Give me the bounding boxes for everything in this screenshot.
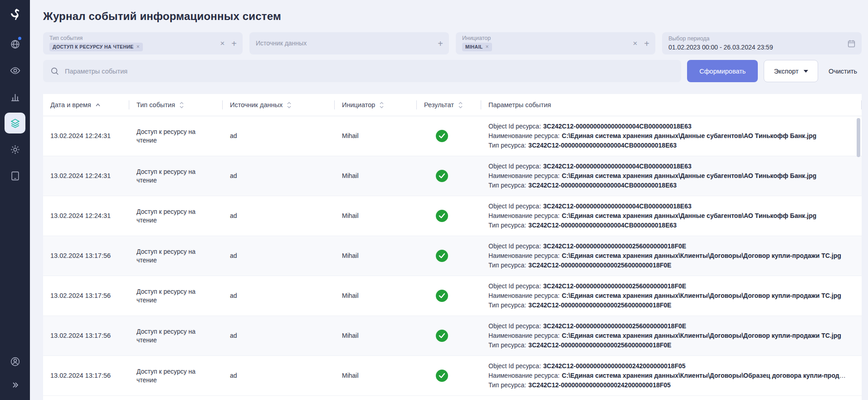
tag-remove-icon[interactable]: × — [486, 44, 489, 50]
param-value: C:\Единая система хранения данных\Данные… — [562, 132, 816, 139]
tag-remove-icon[interactable]: × — [137, 44, 140, 50]
sidebar-item-settings[interactable] — [5, 139, 25, 160]
table-row[interactable]: 13.02.2024 12:24:31 Доступ к ресурсу на … — [43, 196, 862, 236]
add-filter-icon[interactable]: + — [438, 39, 443, 48]
filter-period[interactable]: Выбор периода 01.02.2023 00:00 - 26.03.2… — [662, 32, 862, 54]
column-label: Источник данных — [230, 101, 283, 109]
calendar-icon[interactable] — [847, 39, 856, 48]
search-input[interactable] — [65, 68, 674, 75]
column-header-datetime[interactable]: Дата и время — [43, 94, 129, 116]
main-content: Журнал событий информационных систем Тип… — [30, 0, 868, 400]
events-table: Дата и время Тип события Источник данных… — [43, 94, 862, 400]
cell-initiator: Mihail — [335, 172, 417, 180]
success-check-icon — [436, 290, 448, 302]
column-header-result[interactable]: Результат — [417, 94, 481, 116]
param-label: Тип ресурса: — [488, 381, 526, 389]
param-line: Object Id ресурса:3C242C12-0000000000000… — [488, 242, 848, 251]
param-label: Тип ресурса: — [488, 341, 526, 349]
filter-initiator[interactable]: Инициатор MIHAIL × × + — [456, 32, 655, 54]
tag-label: MIHAIL — [465, 44, 483, 49]
filters-bar: Тип события ДОСТУП К РЕСУРСУ НА ЧТЕНИЕ ×… — [43, 32, 862, 54]
sidebar-item-reports[interactable] — [5, 86, 25, 107]
cell-source: ad — [223, 331, 335, 340]
param-line: Тип ресурса:3C242C12-0000000000000000256… — [488, 261, 848, 270]
cell-initiator: Mihail — [335, 291, 417, 300]
sidebar-item-event-log[interactable] — [5, 113, 25, 133]
add-filter-icon[interactable]: + — [231, 39, 237, 48]
add-filter-icon[interactable]: + — [644, 39, 649, 48]
tag-initiator[interactable]: MIHAIL × — [462, 43, 492, 51]
scrollbar-thumb[interactable] — [857, 118, 860, 157]
param-value: C:\Единая система хранения данных\Данные… — [562, 172, 816, 179]
cell-event-type: Доступ к ресурсу на чтение — [129, 168, 223, 185]
param-line: Object Id ресурса:3C242C12-0000000000000… — [488, 122, 848, 131]
event-initiator: Mihail — [342, 132, 359, 139]
param-line: Наименование ресурса:C:\Единая система х… — [488, 171, 848, 181]
column-header-source[interactable]: Источник данных — [223, 94, 335, 116]
filter-data-source[interactable]: Источник данных + — [249, 32, 449, 54]
cell-event-type: Доступ к ресурсу на чтение — [129, 367, 223, 385]
event-type: Доступ к ресурсу на чтение — [137, 368, 195, 384]
cell-params: Object Id ресурса:3C242C12-0000000000000… — [481, 281, 862, 310]
sidebar-item-profile[interactable] — [5, 351, 25, 372]
param-value: 3C242C12-0000000000000000256000000018F0E — [543, 322, 686, 330]
sidebar-item-network[interactable] — [5, 34, 25, 54]
filter-initiator-label: Инициатор — [462, 35, 649, 42]
flamingo-logo-icon — [8, 7, 22, 22]
column-label: Параметры события — [488, 101, 551, 109]
clear-button[interactable]: Очистить — [824, 60, 862, 82]
filter-event-type-tags: ДОСТУП К РЕСУРСУ НА ЧТЕНИЕ × — [49, 43, 236, 51]
param-value: 3C242C12-000000000000000004CB000000018E6… — [543, 202, 692, 210]
column-label: Инициатор — [342, 101, 375, 109]
tag-event-type[interactable]: ДОСТУП К РЕСУРСУ НА ЧТЕНИЕ × — [49, 43, 143, 51]
sidebar-item-devices[interactable] — [5, 165, 25, 186]
param-label: Object Id ресурса: — [488, 362, 541, 370]
app-logo[interactable] — [6, 5, 24, 24]
param-line: Тип ресурса:3C242C12-000000000000000004C… — [488, 141, 848, 150]
cell-source: ad — [223, 212, 335, 220]
param-line: Наименование ресурса:C:\Единая система х… — [488, 291, 848, 301]
param-line: Тип ресурса:3C242C12-0000000000000000256… — [488, 301, 848, 310]
table-row[interactable]: 13.02.2024 13:17:56 Доступ к ресурсу на … — [43, 236, 862, 276]
clear-filter-icon[interactable]: × — [633, 40, 637, 47]
param-value: 3C242C12-0000000000000000256000000018F0E — [528, 262, 671, 269]
table-scrollbar — [857, 118, 860, 399]
success-check-icon — [436, 210, 448, 222]
clear-filter-icon[interactable]: × — [220, 40, 224, 47]
sidebar-expand-button[interactable] — [5, 375, 25, 395]
column-header-params: Параметры события — [481, 94, 862, 116]
sidebar-nav — [5, 34, 25, 186]
param-label: Object Id ресурса: — [488, 202, 541, 210]
sidebar-item-monitoring[interactable] — [5, 60, 25, 81]
filter-event-type[interactable]: Тип события ДОСТУП К РЕСУРСУ НА ЧТЕНИЕ ×… — [43, 32, 243, 54]
cell-source: ad — [223, 172, 335, 180]
search-icon — [50, 67, 59, 76]
column-header-event-type[interactable]: Тип события — [129, 94, 223, 116]
event-datetime: 13.02.2024 13:17:56 — [50, 332, 111, 339]
export-button[interactable]: Экспорт — [764, 60, 818, 82]
table-row[interactable]: 13.02.2024 13:17:56 Доступ к ресурсу на … — [43, 316, 862, 356]
table-row[interactable]: 13.02.2024 13:17:56 Доступ к ресурсу на … — [43, 356, 862, 396]
column-header-initiator[interactable]: Инициатор — [335, 94, 417, 116]
param-value: 3C242C12-0000000000000000256000000018F0E — [528, 301, 671, 309]
sidebar — [0, 0, 30, 400]
cell-initiator: Mihail — [335, 252, 417, 260]
param-label: Наименование ресурса: — [488, 252, 560, 259]
search-box[interactable] — [43, 60, 681, 82]
table-header: Дата и время Тип события Источник данных… — [43, 94, 862, 116]
table-row[interactable]: 13.02.2024 12:24:31 Доступ к ресурсу на … — [43, 156, 862, 196]
table-row[interactable]: 13.02.2024 12:24:31 Доступ к ресурсу на … — [43, 116, 862, 156]
table-row[interactable]: 13.02.2024 13:17:56 Доступ к ресурсу на … — [43, 276, 862, 316]
generate-button[interactable]: Сформировать — [687, 60, 758, 82]
event-type: Доступ к ресурсу на чтение — [137, 208, 195, 224]
event-datetime: 13.02.2024 12:24:31 — [50, 132, 111, 139]
event-source: ad — [230, 132, 237, 139]
event-type: Доступ к ресурсу на чтение — [137, 168, 195, 184]
event-initiator: Mihail — [342, 212, 359, 219]
param-label: Object Id ресурса: — [488, 322, 541, 330]
cell-datetime: 13.02.2024 13:17:56 — [43, 371, 129, 380]
param-value: C:\Единая система хранения данных\Клиент… — [562, 292, 841, 299]
filter-period-value: 01.02.2023 00:00 - 26.03.2024 23:59 — [668, 44, 855, 51]
table-body: 13.02.2024 12:24:31 Доступ к ресурсу на … — [43, 116, 862, 396]
event-source: ad — [230, 212, 237, 219]
